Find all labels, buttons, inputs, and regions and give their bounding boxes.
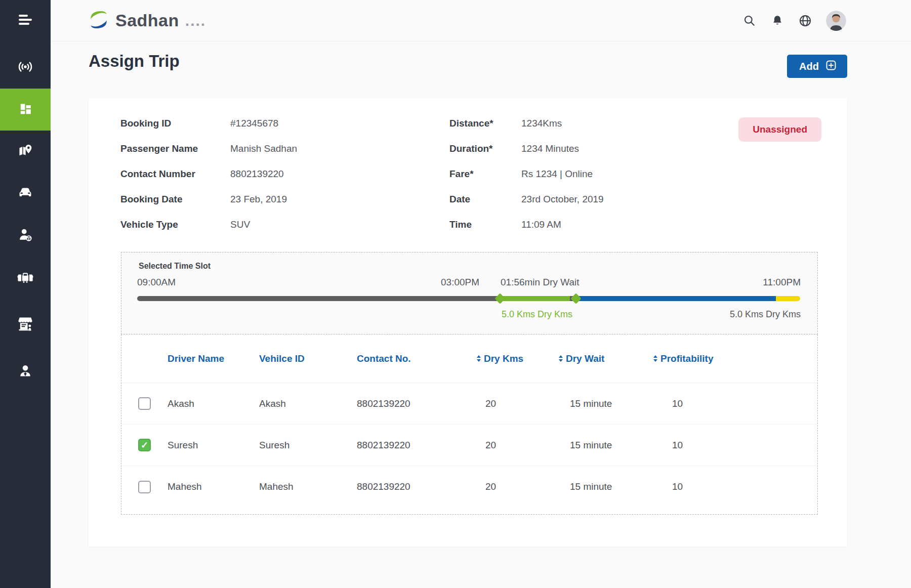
field-label: Duration*	[449, 143, 521, 154]
status-badge: Unassigned	[738, 117, 821, 142]
field-label: Date	[449, 194, 521, 205]
field-value: SUV	[230, 219, 250, 230]
add-button-label: Add	[799, 61, 819, 72]
cell-dry-kms: 20	[477, 440, 559, 451]
sidebar	[0, 0, 51, 588]
header-dry-kms-label: Dry Kms	[484, 353, 523, 364]
header-dry-wait-label: Dry Wait	[566, 353, 604, 364]
field-label: Time	[449, 219, 521, 230]
field-label: Fare*	[449, 169, 521, 180]
time-slot-title: Selected Time Slot	[139, 262, 211, 271]
field-label: Booking ID	[120, 118, 230, 129]
sidebar-item-live-tracking[interactable]	[0, 47, 51, 89]
drivers-table: Driver Name Vehilce ID Contact No. Dry K…	[121, 334, 818, 515]
cell-dry-kms: 20	[477, 481, 559, 492]
cell-profitability: 10	[653, 398, 817, 409]
slot-end-time: 11:00PM	[763, 277, 801, 288]
header-profitability-label: Profitability	[660, 353, 714, 364]
slider-handle-right[interactable]	[571, 293, 582, 304]
selected-time-slot-panel: Selected Time Slot 09:00AM 03:00PM 01:56…	[121, 252, 818, 334]
plus-square-icon	[825, 59, 837, 74]
dry-wait-label: 01:56min Dry Wait	[501, 277, 579, 288]
sidebar-item-fleet[interactable]	[0, 257, 51, 299]
sidebar-item-vehicles[interactable]	[0, 173, 51, 215]
assign-trip-card: Booking ID#12345678 Passenger NameManish…	[89, 98, 847, 547]
row-checkbox[interactable]	[138, 439, 151, 451]
field-value: 23 Feb, 2019	[230, 194, 287, 205]
globe-icon[interactable]	[798, 14, 812, 28]
field-value: 23rd October, 2019	[521, 194, 604, 205]
page-title: Assign Trip	[89, 52, 180, 71]
dashboard-grid-icon	[19, 102, 32, 117]
sadhan-logo-icon	[87, 8, 110, 33]
sidebar-item-customers[interactable]	[0, 351, 51, 393]
table-row: Akash Akash 8802139220 20 15 minute 10	[121, 383, 817, 425]
field-label: Passenger Name	[120, 143, 230, 154]
add-button[interactable]: Add	[787, 55, 847, 78]
time-slot-slider[interactable]	[137, 296, 800, 301]
slider-handle-left[interactable]	[494, 293, 505, 304]
table-header-row: Driver Name Vehilce ID Contact No. Dry K…	[121, 334, 817, 383]
main-content: Assign Trip Add Booking ID#12345678 Pass…	[51, 41, 911, 588]
cell-profitability: 10	[653, 440, 817, 451]
header-profitability[interactable]: Profitability	[653, 353, 817, 364]
row-checkbox[interactable]	[138, 397, 151, 410]
topbar: Sadhan ....	[51, 0, 911, 41]
slot-start-time: 09:00AM	[137, 277, 176, 288]
search-icon[interactable]	[742, 14, 757, 28]
cell-dry-kms: 20	[477, 398, 559, 409]
hamburger-menu-icon	[18, 13, 33, 28]
sidebar-item-dashboard[interactable]	[0, 89, 51, 131]
booking-details-left: Booking ID#12345678 Passenger NameManish…	[120, 111, 297, 237]
cell-vehicle-id: Mahesh	[259, 481, 357, 492]
field-label: Booking Date	[120, 194, 230, 205]
cell-contact-no: 8802139220	[357, 440, 477, 451]
field-value: #12345678	[230, 118, 278, 129]
slot-mid-time: 03:00PM	[441, 277, 479, 288]
sort-icon	[653, 355, 657, 362]
sidebar-menu-toggle[interactable]	[0, 0, 51, 41]
sort-icon	[559, 355, 563, 362]
sort-icon	[477, 355, 481, 362]
logo-text: Sadhan	[115, 11, 179, 30]
field-value: Rs 1234 | Online	[521, 169, 593, 180]
car-icon	[17, 185, 33, 203]
cell-profitability: 10	[653, 481, 817, 492]
sadhan-logo: Sadhan ....	[87, 8, 206, 33]
field-value: Manish Sadhan	[230, 143, 297, 154]
driver-icon	[18, 227, 33, 244]
field-value: 1234Kms	[521, 118, 562, 129]
notification-bell-icon[interactable]	[770, 14, 784, 28]
sidebar-item-drivers[interactable]	[0, 215, 51, 257]
cell-driver-name: Akash	[168, 398, 259, 409]
header-contact-no: Contact No.	[357, 353, 477, 364]
dry-kms-green-label: 5.0 Kms Dry Kms	[502, 309, 572, 320]
cell-vehicle-id: Akash	[259, 398, 357, 409]
cell-dry-wait: 15 minute	[559, 398, 653, 409]
header-vehicle-id: Vehilce ID	[259, 353, 357, 364]
cell-vehicle-id: Suresh	[259, 440, 357, 451]
cell-dry-wait: 15 minute	[559, 481, 653, 492]
cell-driver-name: Suresh	[168, 440, 259, 451]
header-dry-wait[interactable]: Dry Wait	[559, 353, 653, 364]
sidebar-nav	[0, 47, 51, 393]
field-value: 8802139220	[230, 169, 284, 180]
table-row: Suresh Suresh 8802139220 20 15 minute 10	[121, 425, 817, 466]
broadcast-icon	[18, 59, 33, 76]
slider-segment-trip	[576, 296, 775, 301]
table-row: Mahesh Mahesh 8802139220 20 15 minute 10	[121, 466, 817, 508]
slider-segment-end	[776, 296, 800, 301]
header-dry-kms[interactable]: Dry Kms	[477, 353, 559, 364]
cell-contact-no: 8802139220	[357, 481, 477, 492]
map-pin-icon	[18, 143, 33, 160]
user-avatar[interactable]	[826, 11, 846, 31]
booking-details-right: Distance*1234Kms Duration*1234 Minutes F…	[449, 111, 604, 237]
cell-contact-no: 8802139220	[357, 398, 477, 409]
cell-dry-wait: 15 minute	[559, 440, 653, 451]
row-checkbox[interactable]	[138, 481, 151, 493]
store-icon	[17, 315, 33, 334]
sidebar-item-trips-map[interactable]	[0, 131, 51, 173]
fleet-icon	[16, 269, 34, 287]
field-value: 11:09 AM	[521, 219, 561, 230]
sidebar-item-vendors[interactable]	[0, 304, 51, 346]
